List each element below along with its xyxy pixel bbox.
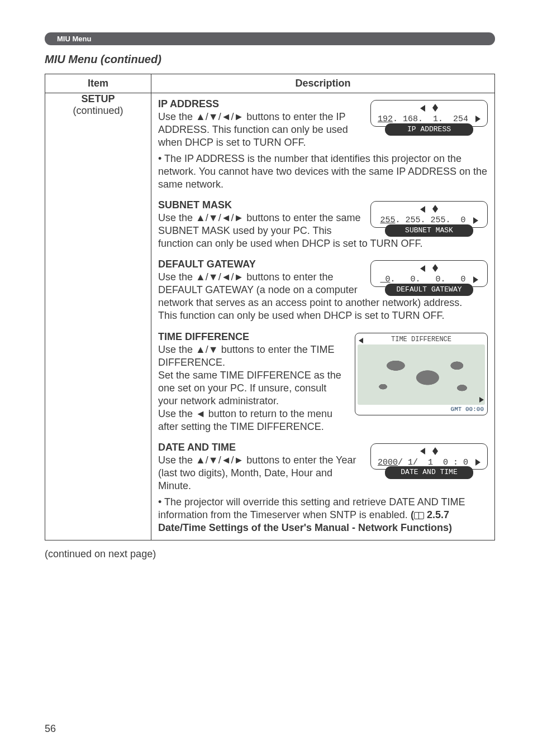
section-tag: MIU Menu xyxy=(45,32,495,45)
ip-block: 192. 168. 1. 254 IP ADDRESS IP ADDRESS U… xyxy=(158,98,488,191)
triangle-up-icon xyxy=(432,205,438,209)
header-description: Description xyxy=(151,74,495,93)
datetime-pill-value-box: 2000/ 1/ 1 0 : 0 xyxy=(370,443,488,470)
gateway-block: 0. 0. 0. 0 DEFAULT GATEWAY DEFAULT GATEW… xyxy=(158,258,488,322)
triangle-right-icon xyxy=(479,397,484,403)
gateway-pill-value-box: 0. 0. 0. 0 xyxy=(370,260,488,287)
ip-pill-value-box: 192. 168. 1. 254 xyxy=(370,100,488,127)
gateway-pill-first xyxy=(432,263,438,274)
triangle-left-icon xyxy=(420,206,425,213)
triangle-right-icon xyxy=(475,116,480,122)
datetime-block: 2000/ 1/ 1 0 : 0 DATE AND TIME DATE AND … xyxy=(158,441,488,534)
triangle-left-icon xyxy=(420,448,425,454)
gateway-pill: 0. 0. 0. 0 DEFAULT GATEWAY xyxy=(370,260,488,296)
datetime-pill: 2000/ 1/ 1 0 : 0 DATE AND TIME xyxy=(370,443,488,479)
gateway-pill-label: DEFAULT GATEWAY xyxy=(385,284,473,296)
timediff-map-title: TIME DIFFERENCE xyxy=(355,336,487,344)
subnet-pill-value-box: 255. 255. 255. 0 xyxy=(370,201,488,228)
triangle-down-icon xyxy=(432,209,438,213)
datetime-pill-label: DATE AND TIME xyxy=(385,466,473,479)
subnet-block: 255. 255. 255. 0 SUBNET MASK SUBNET MASK… xyxy=(158,199,488,250)
datetime-note: • The projector will override this setti… xyxy=(158,496,488,534)
continued-note: (continued on next page) xyxy=(45,548,495,560)
page-number: 56 xyxy=(45,723,56,735)
item-sub: (continued) xyxy=(45,105,151,117)
book-icon xyxy=(414,512,424,519)
world-map-icon xyxy=(358,344,485,405)
timediff-map: TIME DIFFERENCE GMT 00:00 xyxy=(355,333,488,415)
ip-pill: 192. 168. 1. 254 IP ADDRESS xyxy=(370,100,488,136)
triangle-left-icon xyxy=(420,265,425,272)
header-row: Item Description xyxy=(45,74,495,93)
triangle-left-icon xyxy=(359,338,363,343)
triangle-right-icon xyxy=(473,276,478,283)
triangle-right-icon xyxy=(473,217,478,224)
main-table: Item Description SETUP (continued) 192. … xyxy=(45,74,495,540)
ip-note: • The IP ADDRESS is the number that iden… xyxy=(158,152,488,191)
datetime-pill-first xyxy=(432,446,438,457)
triangle-down-icon xyxy=(432,108,438,112)
subnet-pill: 255. 255. 255. 0 SUBNET MASK xyxy=(370,201,488,237)
triangle-down-icon xyxy=(432,268,438,272)
subnet-pill-first xyxy=(432,204,438,214)
triangle-right-icon xyxy=(475,459,480,466)
timediff-block: TIME DIFFERENCE GMT 00:00 TIME DIFFERENC… xyxy=(158,331,488,433)
item-cell: SETUP (continued) xyxy=(45,93,151,540)
timediff-gmt: GMT 00:00 xyxy=(451,405,484,413)
ip-pill-label: IP ADDRESS xyxy=(385,123,473,136)
triangle-up-icon xyxy=(432,264,438,268)
page-title: MIU Menu (continued) xyxy=(45,53,495,66)
triangle-left-icon xyxy=(420,105,425,112)
description-cell: 192. 168. 1. 254 IP ADDRESS IP ADDRESS U… xyxy=(151,93,495,540)
triangle-down-icon xyxy=(432,451,438,455)
item-title: SETUP xyxy=(45,93,151,105)
header-item: Item xyxy=(45,74,151,93)
ip-pill-first xyxy=(432,103,438,113)
triangle-up-icon xyxy=(432,447,438,451)
triangle-up-icon xyxy=(432,104,438,108)
table-row: SETUP (continued) 192. 168. 1. 254 IP AD… xyxy=(45,93,495,540)
subnet-pill-label: SUBNET MASK xyxy=(385,224,473,237)
